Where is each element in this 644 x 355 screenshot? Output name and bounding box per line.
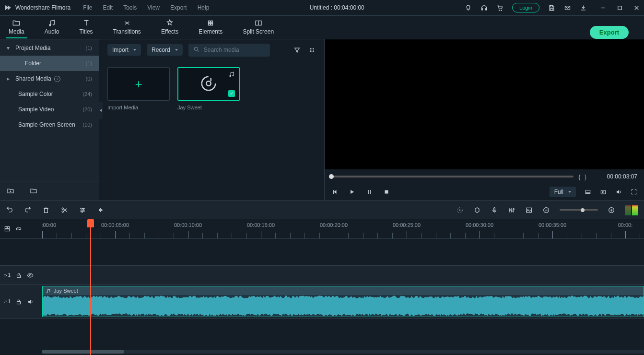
mute-icon[interactable]	[27, 298, 34, 305]
download-icon[interactable]	[580, 4, 587, 12]
svg-point-26	[509, 209, 511, 211]
volume-icon[interactable]	[615, 189, 622, 195]
headphones-icon[interactable]	[480, 4, 488, 12]
menu-edit[interactable]: Edit	[103, 4, 113, 11]
mark-in-out-icon[interactable]: {}	[578, 173, 590, 180]
snapshot-icon[interactable]	[600, 189, 607, 195]
detach-preview-icon[interactable]	[585, 189, 591, 195]
minimize-icon[interactable]	[599, 4, 607, 12]
link-icon[interactable]	[15, 225, 22, 232]
menu-view[interactable]: View	[147, 4, 160, 11]
sidebar-item-sample-green[interactable]: Sample Green Screen (10)	[0, 117, 99, 132]
zoom-in-icon[interactable]	[608, 206, 615, 214]
audio-meter[interactable]	[625, 205, 638, 215]
media-tile-jay-sweet[interactable]: Jay Sweet	[177, 67, 240, 193]
svg-rect-33	[5, 226, 7, 228]
adjust-icon[interactable]	[79, 206, 86, 214]
search-input[interactable]	[204, 47, 265, 53]
search-box[interactable]	[188, 44, 270, 57]
redo-icon[interactable]	[24, 206, 32, 214]
audio-track-1[interactable]: 1 Jay Sweet	[0, 284, 644, 318]
image-icon[interactable]	[525, 206, 533, 214]
scrub-thumb[interactable]	[329, 174, 334, 179]
lock-icon[interactable]	[15, 272, 22, 279]
record-dropdown[interactable]: Record	[147, 44, 183, 56]
close-icon[interactable]	[633, 4, 640, 12]
pause-icon[interactable]	[366, 189, 373, 195]
sidebar-item-sample-video[interactable]: Sample Video (20)	[0, 102, 99, 117]
sidebar-item-folder[interactable]: Folder (1)	[0, 56, 99, 71]
preview-controls: Full	[325, 184, 644, 200]
tab-audio[interactable]: Audio	[42, 16, 62, 38]
tab-transitions[interactable]: Transitions	[110, 16, 144, 38]
play-icon[interactable]	[349, 189, 355, 195]
filter-icon[interactable]	[293, 47, 301, 54]
window-controls	[599, 4, 640, 12]
clip-music-icon	[46, 288, 51, 294]
audio-clip-jay-sweet[interactable]: Jay Sweet	[42, 286, 644, 317]
split-clip-icon[interactable]	[60, 206, 68, 214]
zoom-out-icon[interactable]	[542, 206, 550, 214]
stop-icon[interactable]	[383, 189, 390, 195]
audio-waveform-icon[interactable]	[97, 206, 105, 214]
menu-file[interactable]: File	[83, 4, 92, 11]
tab-media[interactable]: Media	[6, 16, 27, 38]
tab-split-label: Split Screen	[243, 28, 274, 35]
audio-track-head: 1	[0, 285, 42, 318]
marker-icon[interactable]	[473, 206, 481, 214]
export-button[interactable]: Export	[590, 26, 629, 39]
cart-icon[interactable]	[496, 4, 503, 12]
eye-icon[interactable]	[27, 272, 34, 279]
quality-dropdown[interactable]: Full	[550, 187, 576, 197]
audio-mixer-icon[interactable]	[508, 206, 515, 214]
svg-rect-35	[5, 229, 9, 231]
message-icon[interactable]	[564, 4, 571, 12]
timeline-ruler[interactable]: 00:00:00:0000:00:05:0000:00:10:0000:00:1…	[42, 219, 644, 238]
svg-rect-36	[4, 274, 6, 276]
delete-icon[interactable]	[42, 206, 50, 214]
sidebar-item-label: Sample Video	[18, 106, 54, 113]
import-dropdown[interactable]: Import	[107, 44, 141, 56]
tile-label: Import Media	[107, 105, 170, 110]
tab-titles[interactable]: Titles	[76, 16, 95, 38]
sidebar-item-sample-color[interactable]: Sample Color (24)	[0, 86, 99, 102]
svg-point-22	[83, 209, 84, 211]
menu-export[interactable]: Export	[170, 4, 187, 11]
zoom-slider[interactable]	[560, 209, 598, 211]
zoom-thumb[interactable]	[581, 208, 585, 212]
timeline-scrollbar[interactable]	[0, 348, 644, 355]
save-icon[interactable]	[548, 4, 555, 12]
media-grid: + Import Media Jay Sweet	[99, 60, 324, 200]
login-button[interactable]: Login	[512, 3, 539, 12]
voiceover-icon[interactable]	[491, 206, 498, 214]
sidebar-item-shared-media[interactable]: ▸ Shared Media i (0)	[0, 71, 99, 86]
tab-split-screen[interactable]: Split Screen	[240, 16, 277, 38]
tab-effects[interactable]: Effects	[158, 16, 181, 38]
transitions-icon	[123, 19, 131, 27]
lock-icon[interactable]	[15, 298, 22, 305]
video-track-1[interactable]: 1	[0, 265, 644, 284]
tab-elements[interactable]: Elements	[196, 16, 225, 38]
open-folder-icon[interactable]	[30, 187, 37, 195]
collapse-sidebar-button[interactable]	[99, 102, 103, 119]
plus-icon: +	[135, 77, 142, 92]
track-manager-icon[interactable]	[4, 225, 11, 232]
menu-help[interactable]: Help	[198, 4, 210, 11]
tile-label: Jay Sweet	[177, 105, 240, 110]
idea-icon[interactable]	[465, 4, 472, 12]
scrollbar-thumb[interactable]	[42, 350, 124, 354]
menu-tools[interactable]: Tools	[123, 4, 137, 11]
new-folder-icon[interactable]	[7, 187, 14, 195]
import-label: Import	[112, 47, 129, 53]
scrub-slider[interactable]	[331, 176, 574, 178]
sidebar-item-project-media[interactable]: ▾ Project Media (1)	[0, 40, 99, 56]
import-media-tile[interactable]: + Import Media	[107, 67, 170, 193]
maximize-icon[interactable]	[616, 4, 623, 12]
svg-point-38	[29, 274, 31, 276]
prev-frame-icon[interactable]	[331, 189, 338, 195]
fullscreen-icon[interactable]	[631, 189, 637, 195]
preview-canvas[interactable]	[325, 39, 644, 169]
render-preview-icon[interactable]	[456, 206, 464, 214]
grid-view-icon[interactable]	[308, 47, 316, 54]
undo-icon[interactable]	[6, 206, 13, 214]
